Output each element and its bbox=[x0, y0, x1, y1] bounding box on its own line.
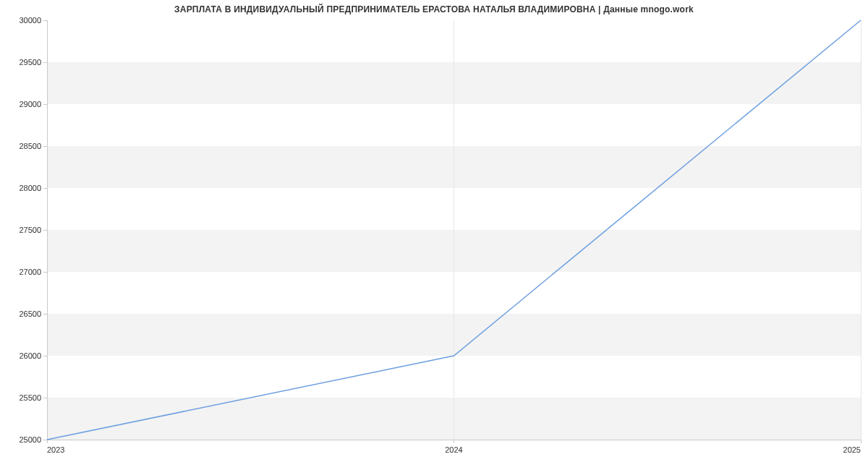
y-tick-label: 25000 bbox=[19, 435, 41, 444]
y-tick-label: 30000 bbox=[19, 16, 41, 25]
y-tick-label: 29000 bbox=[19, 100, 41, 108]
chart-svg: 2500025500260002650027000275002800028500… bbox=[0, 0, 868, 470]
y-tick-label: 28000 bbox=[19, 184, 41, 192]
y-tick-label: 28500 bbox=[19, 142, 41, 150]
y-tick-label: 26500 bbox=[19, 309, 41, 318]
y-tick-label: 27500 bbox=[19, 226, 41, 234]
y-tick-label: 26000 bbox=[19, 351, 41, 360]
x-tick-label: 2024 bbox=[445, 445, 462, 454]
x-tick-label: 2023 bbox=[47, 445, 64, 454]
chart-container: ЗАРПЛАТА В ИНДИВИДУАЛЬНЫЙ ПРЕДПРИНИМАТЕЛ… bbox=[0, 0, 868, 470]
x-tick-label: 2025 bbox=[843, 445, 861, 454]
y-tick-label: 27000 bbox=[19, 268, 41, 276]
y-tick-label: 29500 bbox=[19, 58, 41, 67]
y-tick-label: 25500 bbox=[19, 393, 41, 402]
